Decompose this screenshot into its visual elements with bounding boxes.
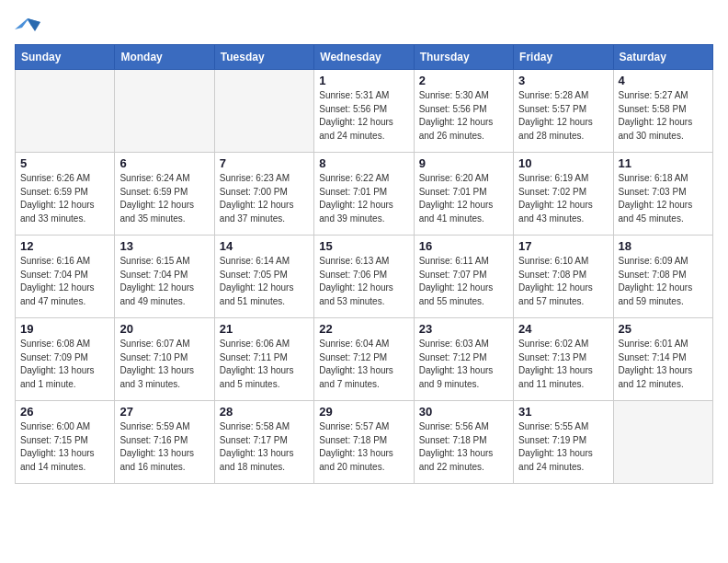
calendar-cell: 22Sunrise: 6:04 AM Sunset: 7:12 PM Dayli… (314, 318, 414, 401)
calendar-cell: 17Sunrise: 6:10 AM Sunset: 7:08 PM Dayli… (514, 236, 613, 318)
day-number: 4 (619, 74, 708, 87)
day-number: 19 (20, 322, 109, 336)
day-info: Sunrise: 6:23 AM Sunset: 7:00 PM Dayligh… (220, 172, 309, 225)
day-info: Sunrise: 6:14 AM Sunset: 7:05 PM Dayligh… (220, 255, 309, 308)
day-info: Sunrise: 5:27 AM Sunset: 5:58 PM Dayligh… (619, 89, 708, 143)
calendar-cell (613, 401, 712, 484)
day-info: Sunrise: 6:19 AM Sunset: 7:02 PM Dayligh… (518, 172, 608, 225)
day-number: 8 (319, 156, 408, 170)
day-info: Sunrise: 5:58 AM Sunset: 7:17 PM Dayligh… (220, 420, 309, 474)
day-number: 17 (518, 239, 608, 253)
calendar-cell: 1Sunrise: 5:31 AM Sunset: 5:56 PM Daylig… (314, 70, 414, 153)
day-number: 1 (319, 74, 408, 87)
day-info: Sunrise: 6:20 AM Sunset: 7:01 PM Dayligh… (419, 172, 508, 225)
day-number: 2 (419, 74, 508, 87)
day-info: Sunrise: 6:22 AM Sunset: 7:01 PM Dayligh… (319, 172, 408, 225)
calendar-cell: 16Sunrise: 6:11 AM Sunset: 7:07 PM Dayli… (414, 236, 513, 318)
day-info: Sunrise: 6:13 AM Sunset: 7:06 PM Dayligh… (319, 255, 408, 308)
day-number: 31 (518, 405, 608, 419)
header-wednesday: Wednesday (314, 45, 414, 70)
calendar-cell: 9Sunrise: 6:20 AM Sunset: 7:01 PM Daylig… (414, 153, 513, 236)
day-number: 18 (619, 239, 708, 253)
day-info: Sunrise: 6:16 AM Sunset: 7:04 PM Dayligh… (20, 255, 109, 308)
day-info: Sunrise: 6:18 AM Sunset: 7:03 PM Dayligh… (619, 172, 708, 225)
day-number: 27 (119, 405, 209, 419)
calendar-cell: 21Sunrise: 6:06 AM Sunset: 7:11 PM Dayli… (214, 318, 313, 401)
day-number: 10 (518, 156, 608, 170)
calendar-cell: 31Sunrise: 5:55 AM Sunset: 7:19 PM Dayli… (514, 401, 613, 484)
header-sunday: Sunday (16, 45, 115, 70)
day-info: Sunrise: 6:09 AM Sunset: 7:08 PM Dayligh… (619, 255, 708, 308)
day-number: 20 (119, 322, 209, 336)
day-number: 12 (20, 239, 109, 253)
day-info: Sunrise: 6:07 AM Sunset: 7:10 PM Dayligh… (119, 338, 209, 391)
calendar-cell: 10Sunrise: 6:19 AM Sunset: 7:02 PM Dayli… (514, 153, 613, 236)
day-info: Sunrise: 5:55 AM Sunset: 7:19 PM Dayligh… (518, 420, 608, 474)
week-row-5: 26Sunrise: 6:00 AM Sunset: 7:15 PM Dayli… (16, 401, 713, 484)
calendar-cell (214, 70, 313, 153)
day-number: 9 (419, 156, 508, 170)
day-info: Sunrise: 6:24 AM Sunset: 6:59 PM Dayligh… (119, 172, 209, 225)
calendar-cell: 27Sunrise: 5:59 AM Sunset: 7:16 PM Dayli… (115, 401, 214, 484)
page-header (15, 15, 713, 37)
day-info: Sunrise: 5:31 AM Sunset: 5:56 PM Dayligh… (319, 89, 408, 143)
day-number: 13 (119, 239, 209, 253)
calendar-table: SundayMondayTuesdayWednesdayThursdayFrid… (15, 44, 713, 484)
day-info: Sunrise: 5:57 AM Sunset: 7:18 PM Dayligh… (319, 420, 408, 474)
calendar-cell: 25Sunrise: 6:01 AM Sunset: 7:14 PM Dayli… (613, 318, 712, 401)
day-number: 16 (419, 239, 508, 253)
day-info: Sunrise: 5:59 AM Sunset: 7:16 PM Dayligh… (119, 420, 209, 474)
day-number: 3 (518, 74, 608, 87)
calendar-cell: 29Sunrise: 5:57 AM Sunset: 7:18 PM Dayli… (314, 401, 414, 484)
calendar-cell: 24Sunrise: 6:02 AM Sunset: 7:13 PM Dayli… (514, 318, 613, 401)
day-info: Sunrise: 6:00 AM Sunset: 7:15 PM Dayligh… (20, 420, 109, 474)
svg-marker-1 (28, 18, 40, 31)
week-row-2: 5Sunrise: 6:26 AM Sunset: 6:59 PM Daylig… (16, 153, 713, 236)
day-info: Sunrise: 6:11 AM Sunset: 7:07 PM Dayligh… (419, 255, 508, 308)
calendar-cell: 28Sunrise: 5:58 AM Sunset: 7:17 PM Dayli… (214, 401, 313, 484)
day-info: Sunrise: 6:26 AM Sunset: 6:59 PM Dayligh… (20, 172, 109, 225)
day-number: 26 (20, 405, 109, 419)
header-saturday: Saturday (613, 45, 712, 70)
calendar-cell: 6Sunrise: 6:24 AM Sunset: 6:59 PM Daylig… (115, 153, 214, 236)
calendar-header-row: SundayMondayTuesdayWednesdayThursdayFrid… (16, 45, 713, 70)
day-number: 24 (518, 322, 608, 336)
logo-icon (15, 15, 40, 37)
header-friday: Friday (514, 45, 613, 70)
calendar-cell: 18Sunrise: 6:09 AM Sunset: 7:08 PM Dayli… (613, 236, 712, 318)
day-info: Sunrise: 6:04 AM Sunset: 7:12 PM Dayligh… (319, 338, 408, 391)
day-number: 21 (220, 322, 309, 336)
header-thursday: Thursday (414, 45, 513, 70)
calendar-cell: 26Sunrise: 6:00 AM Sunset: 7:15 PM Dayli… (16, 401, 115, 484)
calendar-cell: 19Sunrise: 6:08 AM Sunset: 7:09 PM Dayli… (16, 318, 115, 401)
day-info: Sunrise: 6:10 AM Sunset: 7:08 PM Dayligh… (518, 255, 608, 308)
day-number: 7 (220, 156, 309, 170)
day-number: 22 (319, 322, 408, 336)
day-info: Sunrise: 5:56 AM Sunset: 7:18 PM Dayligh… (419, 420, 508, 474)
calendar-cell: 14Sunrise: 6:14 AM Sunset: 7:05 PM Dayli… (214, 236, 313, 318)
calendar-cell: 12Sunrise: 6:16 AM Sunset: 7:04 PM Dayli… (16, 236, 115, 318)
day-number: 28 (220, 405, 309, 419)
day-info: Sunrise: 5:28 AM Sunset: 5:57 PM Dayligh… (518, 89, 608, 143)
calendar-cell: 4Sunrise: 5:27 AM Sunset: 5:58 PM Daylig… (613, 70, 712, 153)
logo (15, 15, 44, 37)
calendar-cell: 8Sunrise: 6:22 AM Sunset: 7:01 PM Daylig… (314, 153, 414, 236)
day-number: 15 (319, 239, 408, 253)
calendar-cell: 30Sunrise: 5:56 AM Sunset: 7:18 PM Dayli… (414, 401, 513, 484)
day-info: Sunrise: 6:03 AM Sunset: 7:12 PM Dayligh… (419, 338, 508, 391)
calendar-cell (16, 70, 115, 153)
calendar-cell: 5Sunrise: 6:26 AM Sunset: 6:59 PM Daylig… (16, 153, 115, 236)
week-row-3: 12Sunrise: 6:16 AM Sunset: 7:04 PM Dayli… (16, 236, 713, 318)
day-info: Sunrise: 6:08 AM Sunset: 7:09 PM Dayligh… (20, 338, 109, 391)
week-row-1: 1Sunrise: 5:31 AM Sunset: 5:56 PM Daylig… (16, 70, 713, 153)
day-number: 14 (220, 239, 309, 253)
day-info: Sunrise: 5:30 AM Sunset: 5:56 PM Dayligh… (419, 89, 508, 143)
calendar-cell: 23Sunrise: 6:03 AM Sunset: 7:12 PM Dayli… (414, 318, 513, 401)
calendar-cell: 11Sunrise: 6:18 AM Sunset: 7:03 PM Dayli… (613, 153, 712, 236)
day-info: Sunrise: 6:02 AM Sunset: 7:13 PM Dayligh… (518, 338, 608, 391)
calendar-cell: 3Sunrise: 5:28 AM Sunset: 5:57 PM Daylig… (514, 70, 613, 153)
day-number: 29 (319, 405, 408, 419)
day-number: 5 (20, 156, 109, 170)
day-number: 30 (419, 405, 508, 419)
header-tuesday: Tuesday (214, 45, 313, 70)
